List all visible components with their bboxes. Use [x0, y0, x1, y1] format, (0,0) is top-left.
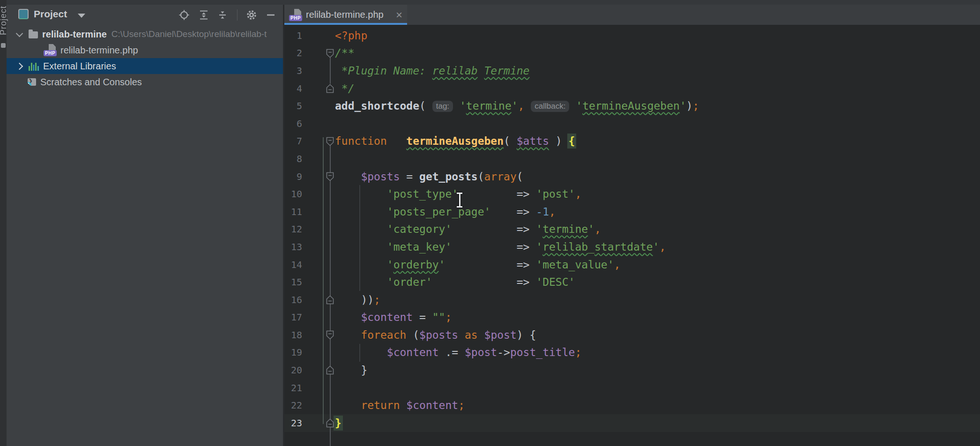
fold-marker-icon[interactable]: [326, 84, 334, 95]
code-line-8[interactable]: 8: [284, 150, 980, 168]
code-line-10[interactable]: 10 'post_type' => 'post',: [284, 185, 980, 203]
code-line-19[interactable]: 19 $content .= $post->post_title;: [284, 344, 980, 362]
php-file-icon: PHP: [44, 44, 56, 56]
line-number: 10: [284, 188, 306, 200]
line-number: 2: [284, 47, 306, 59]
project-panel-title[interactable]: Project: [34, 8, 67, 20]
line-number: 19: [284, 347, 306, 358]
line-number: 14: [284, 259, 306, 270]
project-panel: Project relilab-termineC:\Users\Daniel\D…: [7, 5, 283, 446]
tab-label: relilab-termine.php: [306, 9, 384, 20]
tree-item-relilab-termine[interactable]: relilab-termineC:\Users\Daniel\Desktop\r…: [7, 26, 283, 42]
php-file-icon: PHP: [289, 9, 302, 21]
code-line-4[interactable]: 4 */: [284, 80, 980, 97]
tab-close-icon[interactable]: ×: [396, 10, 402, 20]
chevron-right-icon[interactable]: [16, 62, 23, 70]
tree-item-label: relilab-termine: [42, 29, 107, 40]
line-number: 9: [284, 171, 306, 182]
line-number: 4: [284, 83, 306, 94]
mouse-cursor-ibeam: [456, 193, 463, 208]
line-number: 5: [284, 100, 306, 112]
code-line-15[interactable]: 15 'order' => 'DESC': [284, 273, 980, 291]
line-number: 16: [284, 294, 306, 305]
code-line-17[interactable]: 17 $content = "";: [284, 309, 980, 327]
line-number: 13: [284, 241, 306, 253]
code-editor[interactable]: 1<?php2/**3 *Plugin Name: relilab Termin…: [284, 25, 980, 446]
project-panel-header: Project: [7, 5, 283, 25]
tree-item-path: C:\Users\Daniel\Desktop\relilab\relilab-…: [111, 29, 267, 39]
fold-marker-icon[interactable]: [326, 365, 334, 377]
chevron-down-icon[interactable]: [16, 30, 23, 37]
line-number: 17: [284, 312, 306, 323]
tree-item-label: Scratches and Consoles: [40, 77, 142, 88]
project-view-icon: [18, 9, 29, 19]
code-line-1[interactable]: 1<?php: [284, 27, 980, 45]
line-number: 15: [284, 276, 306, 288]
code-line-6[interactable]: 6: [284, 115, 980, 133]
code-line-7[interactable]: 7function termineAusgeben( $atts ) {: [284, 133, 980, 150]
chevron-down-icon[interactable]: [78, 14, 85, 18]
tree-item-label: relilab-termine.php: [60, 45, 138, 56]
expand-all-icon[interactable]: [197, 8, 210, 22]
line-number: 21: [284, 382, 306, 394]
line-number: 1: [284, 30, 306, 41]
code-line-16[interactable]: 16 ));: [284, 291, 980, 309]
tool-window-bar-project-label[interactable]: Project: [0, 6, 8, 35]
code-line-2[interactable]: 2/**: [284, 45, 980, 62]
code-line-13[interactable]: 13 'meta_key' => 'relilab_startdate',: [284, 238, 980, 256]
tool-window-bar: Project: [0, 0, 7, 446]
code-line-5[interactable]: 5add_shortcode( tag: 'termine', callback…: [284, 97, 980, 115]
tree-item-relilab-termine-php[interactable]: PHPrelilab-termine.php: [7, 42, 283, 58]
line-number: 22: [284, 400, 306, 411]
line-number: 18: [284, 329, 306, 341]
code-line-20[interactable]: 20 }: [284, 361, 980, 379]
code-line-22[interactable]: 22 return $content;: [284, 396, 980, 414]
line-number: 8: [284, 153, 306, 164]
line-number: 6: [284, 118, 306, 129]
code-line-23[interactable]: 23}: [284, 414, 980, 432]
line-number: 12: [284, 223, 306, 235]
fold-marker-icon[interactable]: [326, 49, 334, 60]
parameter-hint-pill: tag:: [432, 101, 453, 112]
settings-gear-icon[interactable]: [245, 8, 258, 22]
tool-window-square-icon[interactable]: [1, 43, 6, 48]
line-number: 20: [284, 364, 306, 376]
folder-icon: [29, 31, 38, 38]
line-number: 23: [284, 417, 306, 429]
tree-item-scratches-and-consoles[interactable]: Scratches and Consoles: [7, 74, 283, 90]
fold-marker-icon[interactable]: [326, 295, 334, 306]
line-number: 7: [284, 135, 306, 147]
tab-relilab-termine-php[interactable]: PHP relilab-termine.php ×: [284, 5, 407, 25]
code-line-9[interactable]: 9 $posts = get_posts(array(: [284, 168, 980, 186]
fold-marker-icon[interactable]: [326, 418, 334, 430]
fold-marker-icon[interactable]: [326, 330, 334, 342]
code-line-11[interactable]: 11 'posts_per_page' => -1,: [284, 203, 980, 221]
code-line-12[interactable]: 12 'category' => 'termine',: [284, 221, 980, 238]
line-number: 3: [284, 65, 306, 76]
code-lines: 1<?php2/**3 *Plugin Name: relilab Termin…: [284, 27, 980, 432]
tree-item-label: External Libraries: [43, 61, 116, 72]
locate-file-icon[interactable]: [178, 8, 191, 22]
code-line-21[interactable]: 21: [284, 379, 980, 397]
code-line-18[interactable]: 18 foreach ($posts as $post) {: [284, 326, 980, 344]
editor-tab-bar: PHP relilab-termine.php ×: [284, 5, 980, 25]
line-number: 11: [284, 206, 306, 217]
library-icon: [29, 62, 39, 71]
parameter-hint-pill: callback:: [531, 101, 569, 112]
code-line-3[interactable]: 3 *Plugin Name: relilab Termine: [284, 62, 980, 80]
fold-marker-icon[interactable]: [326, 137, 334, 148]
code-line-14[interactable]: 14 'orderby' => 'meta_value',: [284, 256, 980, 274]
tree-item-external-libraries[interactable]: External Libraries: [7, 58, 283, 74]
toolbar-divider: [237, 9, 238, 21]
phpstorm-window: Project Project relilab-termine: [0, 0, 980, 446]
fold-marker-icon[interactable]: [326, 172, 334, 183]
project-tree: relilab-termineC:\Users\Daniel\Desktop\r…: [7, 26, 283, 90]
scratches-icon: [28, 78, 36, 86]
hide-panel-icon[interactable]: [264, 8, 277, 22]
collapse-all-icon[interactable]: [216, 8, 229, 22]
